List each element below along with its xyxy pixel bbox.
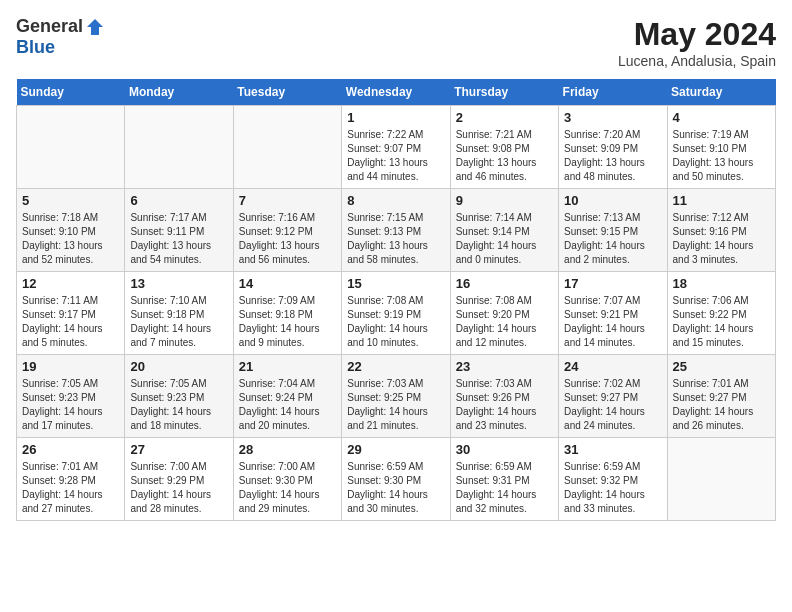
calendar-week-row: 5Sunrise: 7:18 AMSunset: 9:10 PMDaylight…	[17, 189, 776, 272]
day-info: Sunrise: 6:59 AMSunset: 9:32 PMDaylight:…	[564, 460, 661, 516]
day-number: 2	[456, 110, 553, 125]
day-info: Sunrise: 7:00 AMSunset: 9:30 PMDaylight:…	[239, 460, 336, 516]
month-year-title: May 2024	[618, 16, 776, 53]
calendar-day-cell: 6Sunrise: 7:17 AMSunset: 9:11 PMDaylight…	[125, 189, 233, 272]
day-number: 18	[673, 276, 770, 291]
day-number: 16	[456, 276, 553, 291]
calendar-day-cell: 31Sunrise: 6:59 AMSunset: 9:32 PMDayligh…	[559, 438, 667, 521]
day-info: Sunrise: 7:17 AMSunset: 9:11 PMDaylight:…	[130, 211, 227, 267]
day-number: 1	[347, 110, 444, 125]
day-info: Sunrise: 7:16 AMSunset: 9:12 PMDaylight:…	[239, 211, 336, 267]
page-header: General Blue May 2024 Lucena, Andalusia,…	[16, 16, 776, 69]
calendar-day-cell: 17Sunrise: 7:07 AMSunset: 9:21 PMDayligh…	[559, 272, 667, 355]
calendar-day-cell: 23Sunrise: 7:03 AMSunset: 9:26 PMDayligh…	[450, 355, 558, 438]
day-info: Sunrise: 7:22 AMSunset: 9:07 PMDaylight:…	[347, 128, 444, 184]
day-info: Sunrise: 7:09 AMSunset: 9:18 PMDaylight:…	[239, 294, 336, 350]
day-info: Sunrise: 7:03 AMSunset: 9:26 PMDaylight:…	[456, 377, 553, 433]
logo-blue-text: Blue	[16, 37, 55, 58]
weekday-header-sunday: Sunday	[17, 79, 125, 106]
day-info: Sunrise: 7:06 AMSunset: 9:22 PMDaylight:…	[673, 294, 770, 350]
calendar-day-cell: 29Sunrise: 6:59 AMSunset: 9:30 PMDayligh…	[342, 438, 450, 521]
calendar-day-cell	[233, 106, 341, 189]
day-info: Sunrise: 6:59 AMSunset: 9:30 PMDaylight:…	[347, 460, 444, 516]
day-number: 11	[673, 193, 770, 208]
day-number: 17	[564, 276, 661, 291]
day-number: 28	[239, 442, 336, 457]
day-info: Sunrise: 7:02 AMSunset: 9:27 PMDaylight:…	[564, 377, 661, 433]
day-info: Sunrise: 7:18 AMSunset: 9:10 PMDaylight:…	[22, 211, 119, 267]
calendar-day-cell: 14Sunrise: 7:09 AMSunset: 9:18 PMDayligh…	[233, 272, 341, 355]
day-info: Sunrise: 7:08 AMSunset: 9:19 PMDaylight:…	[347, 294, 444, 350]
day-info: Sunrise: 7:05 AMSunset: 9:23 PMDaylight:…	[130, 377, 227, 433]
calendar-day-cell: 28Sunrise: 7:00 AMSunset: 9:30 PMDayligh…	[233, 438, 341, 521]
weekday-header-saturday: Saturday	[667, 79, 775, 106]
day-number: 4	[673, 110, 770, 125]
calendar-day-cell: 7Sunrise: 7:16 AMSunset: 9:12 PMDaylight…	[233, 189, 341, 272]
calendar-day-cell: 19Sunrise: 7:05 AMSunset: 9:23 PMDayligh…	[17, 355, 125, 438]
day-number: 12	[22, 276, 119, 291]
weekday-header-row: SundayMondayTuesdayWednesdayThursdayFrid…	[17, 79, 776, 106]
calendar-day-cell: 16Sunrise: 7:08 AMSunset: 9:20 PMDayligh…	[450, 272, 558, 355]
calendar-day-cell	[17, 106, 125, 189]
calendar-day-cell: 26Sunrise: 7:01 AMSunset: 9:28 PMDayligh…	[17, 438, 125, 521]
calendar-day-cell: 24Sunrise: 7:02 AMSunset: 9:27 PMDayligh…	[559, 355, 667, 438]
day-info: Sunrise: 7:03 AMSunset: 9:25 PMDaylight:…	[347, 377, 444, 433]
calendar-day-cell: 15Sunrise: 7:08 AMSunset: 9:19 PMDayligh…	[342, 272, 450, 355]
day-info: Sunrise: 7:07 AMSunset: 9:21 PMDaylight:…	[564, 294, 661, 350]
weekday-header-friday: Friday	[559, 79, 667, 106]
day-info: Sunrise: 7:08 AMSunset: 9:20 PMDaylight:…	[456, 294, 553, 350]
day-info: Sunrise: 7:10 AMSunset: 9:18 PMDaylight:…	[130, 294, 227, 350]
day-number: 22	[347, 359, 444, 374]
calendar-day-cell: 13Sunrise: 7:10 AMSunset: 9:18 PMDayligh…	[125, 272, 233, 355]
day-info: Sunrise: 6:59 AMSunset: 9:31 PMDaylight:…	[456, 460, 553, 516]
day-info: Sunrise: 7:05 AMSunset: 9:23 PMDaylight:…	[22, 377, 119, 433]
calendar-day-cell: 20Sunrise: 7:05 AMSunset: 9:23 PMDayligh…	[125, 355, 233, 438]
day-number: 14	[239, 276, 336, 291]
calendar-day-cell	[667, 438, 775, 521]
day-info: Sunrise: 7:20 AMSunset: 9:09 PMDaylight:…	[564, 128, 661, 184]
calendar-day-cell: 8Sunrise: 7:15 AMSunset: 9:13 PMDaylight…	[342, 189, 450, 272]
day-number: 15	[347, 276, 444, 291]
day-info: Sunrise: 7:21 AMSunset: 9:08 PMDaylight:…	[456, 128, 553, 184]
calendar-day-cell: 30Sunrise: 6:59 AMSunset: 9:31 PMDayligh…	[450, 438, 558, 521]
calendar-day-cell: 4Sunrise: 7:19 AMSunset: 9:10 PMDaylight…	[667, 106, 775, 189]
logo: General Blue	[16, 16, 105, 58]
day-info: Sunrise: 7:00 AMSunset: 9:29 PMDaylight:…	[130, 460, 227, 516]
calendar-day-cell: 3Sunrise: 7:20 AMSunset: 9:09 PMDaylight…	[559, 106, 667, 189]
day-info: Sunrise: 7:15 AMSunset: 9:13 PMDaylight:…	[347, 211, 444, 267]
calendar-day-cell: 9Sunrise: 7:14 AMSunset: 9:14 PMDaylight…	[450, 189, 558, 272]
day-info: Sunrise: 7:12 AMSunset: 9:16 PMDaylight:…	[673, 211, 770, 267]
calendar-day-cell: 2Sunrise: 7:21 AMSunset: 9:08 PMDaylight…	[450, 106, 558, 189]
logo-general-text: General	[16, 16, 83, 37]
weekday-header-wednesday: Wednesday	[342, 79, 450, 106]
calendar-day-cell: 18Sunrise: 7:06 AMSunset: 9:22 PMDayligh…	[667, 272, 775, 355]
day-number: 23	[456, 359, 553, 374]
logo-icon	[85, 17, 105, 37]
day-info: Sunrise: 7:11 AMSunset: 9:17 PMDaylight:…	[22, 294, 119, 350]
title-area: May 2024 Lucena, Andalusia, Spain	[618, 16, 776, 69]
day-number: 8	[347, 193, 444, 208]
day-number: 13	[130, 276, 227, 291]
day-number: 30	[456, 442, 553, 457]
day-number: 3	[564, 110, 661, 125]
weekday-header-thursday: Thursday	[450, 79, 558, 106]
location-subtitle: Lucena, Andalusia, Spain	[618, 53, 776, 69]
day-info: Sunrise: 7:01 AMSunset: 9:28 PMDaylight:…	[22, 460, 119, 516]
calendar-week-row: 26Sunrise: 7:01 AMSunset: 9:28 PMDayligh…	[17, 438, 776, 521]
day-info: Sunrise: 7:01 AMSunset: 9:27 PMDaylight:…	[673, 377, 770, 433]
calendar-week-row: 19Sunrise: 7:05 AMSunset: 9:23 PMDayligh…	[17, 355, 776, 438]
day-info: Sunrise: 7:04 AMSunset: 9:24 PMDaylight:…	[239, 377, 336, 433]
day-info: Sunrise: 7:19 AMSunset: 9:10 PMDaylight:…	[673, 128, 770, 184]
day-number: 27	[130, 442, 227, 457]
calendar-day-cell: 21Sunrise: 7:04 AMSunset: 9:24 PMDayligh…	[233, 355, 341, 438]
calendar-day-cell: 10Sunrise: 7:13 AMSunset: 9:15 PMDayligh…	[559, 189, 667, 272]
day-number: 19	[22, 359, 119, 374]
day-number: 20	[130, 359, 227, 374]
day-number: 21	[239, 359, 336, 374]
svg-marker-0	[87, 19, 103, 35]
calendar-table: SundayMondayTuesdayWednesdayThursdayFrid…	[16, 79, 776, 521]
day-number: 5	[22, 193, 119, 208]
day-number: 10	[564, 193, 661, 208]
calendar-day-cell: 12Sunrise: 7:11 AMSunset: 9:17 PMDayligh…	[17, 272, 125, 355]
calendar-day-cell: 22Sunrise: 7:03 AMSunset: 9:25 PMDayligh…	[342, 355, 450, 438]
